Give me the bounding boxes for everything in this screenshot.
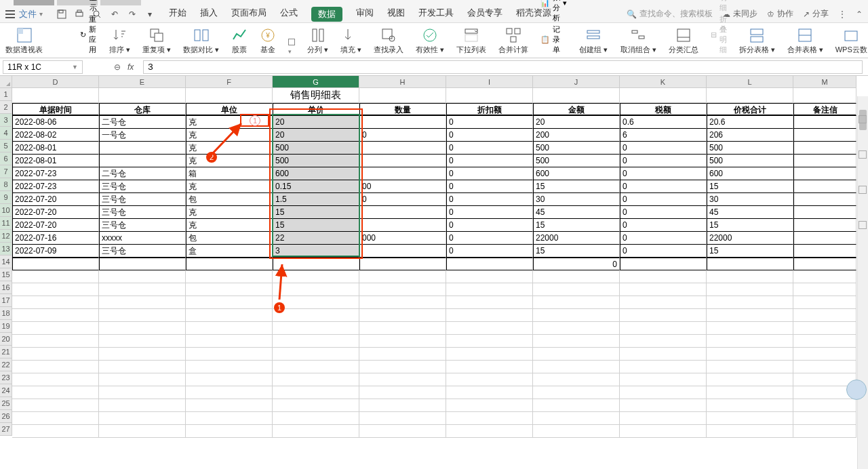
cell[interactable]: 30 (533, 193, 620, 206)
cell[interactable]: 15 (707, 219, 793, 232)
cell[interactable] (446, 309, 533, 322)
cell[interactable] (359, 309, 446, 322)
cell[interactable]: 22 (273, 232, 359, 245)
compare-button[interactable]: 数据对比 ▾ (183, 27, 219, 55)
cell[interactable]: 6 (620, 129, 707, 142)
cell[interactable] (707, 283, 793, 296)
cell[interactable] (99, 155, 186, 167)
cell[interactable] (707, 412, 793, 425)
cell[interactable]: 0 (446, 219, 533, 232)
cell[interactable] (359, 219, 446, 232)
fill-button[interactable]: 填充 ▾ (340, 27, 361, 55)
cell[interactable]: 0 (620, 142, 707, 155)
cell[interactable]: 0 (446, 245, 533, 258)
more-icon[interactable]: ⋮ (838, 9, 846, 19)
cell[interactable]: 000 (359, 232, 446, 245)
cell[interactable]: 0 (446, 116, 533, 129)
cell[interactable]: 15 (273, 206, 359, 219)
cell[interactable] (99, 142, 186, 155)
cell[interactable] (446, 399, 533, 412)
cell[interactable] (359, 386, 446, 399)
cell[interactable] (707, 270, 793, 283)
cell[interactable]: 克 (186, 155, 273, 167)
cell[interactable] (707, 88, 793, 103)
cell[interactable]: 备注信 (793, 103, 856, 116)
cell[interactable]: 500 (533, 155, 620, 167)
cell[interactable] (620, 258, 707, 270)
cell[interactable]: 折扣额 (446, 103, 533, 116)
dropdown-icon[interactable]: ▾ (144, 9, 155, 20)
cell[interactable] (12, 373, 99, 386)
cells-area[interactable]: 销售明细表单据时间仓库单位单价数量折扣额金额税额价税合计备注信2022-08-0… (12, 88, 856, 438)
cell[interactable]: 0 (620, 232, 707, 245)
cell[interactable] (273, 373, 359, 386)
cell[interactable] (12, 412, 99, 425)
sync-status[interactable]: ☁ 未同步 (722, 8, 757, 20)
cell[interactable] (12, 361, 99, 373)
cell[interactable]: xxxxx (99, 232, 186, 245)
row-header-20[interactable]: 20 (0, 333, 12, 346)
collapse-ribbon-icon[interactable]: ⌃ (856, 9, 863, 19)
tab-review[interactable]: 审阅 (356, 7, 374, 22)
cell[interactable] (533, 270, 620, 283)
cell[interactable] (12, 270, 99, 283)
cell[interactable]: 600 (273, 167, 359, 180)
cell[interactable]: 0 (359, 129, 446, 142)
cell[interactable] (359, 399, 446, 412)
cell[interactable] (533, 335, 620, 348)
row-header-7[interactable]: 7 (0, 165, 12, 178)
avatar[interactable] (846, 380, 867, 400)
cell[interactable] (359, 348, 446, 361)
coop-button[interactable]: ♔ 协作 (767, 8, 793, 20)
cell[interactable] (707, 322, 793, 335)
cell[interactable] (793, 155, 856, 167)
cell[interactable] (186, 322, 273, 335)
cell[interactable] (186, 258, 273, 270)
stock-button[interactable]: 股票 (231, 27, 248, 55)
cell[interactable] (99, 412, 186, 425)
cell[interactable]: 15 (707, 245, 793, 258)
reapply-button[interactable]: ↻重新应用 (80, 14, 97, 55)
command-search[interactable]: 🔍 查找命令、搜索模板 (627, 8, 713, 20)
merge-table-button[interactable]: 合并表格 ▾ (787, 27, 823, 55)
cell[interactable] (533, 425, 620, 438)
cell[interactable] (186, 309, 273, 322)
cell[interactable]: 单位 (186, 103, 273, 116)
cell[interactable]: 包 (186, 232, 273, 245)
cell[interactable] (446, 425, 533, 438)
currency-icon[interactable] (288, 39, 295, 45)
cell[interactable]: 45 (533, 206, 620, 219)
wps-cloud-button[interactable]: WPS云数 (835, 27, 867, 55)
cell[interactable]: 22000 (533, 232, 620, 245)
tab-start[interactable]: 开始 (169, 7, 186, 22)
cell[interactable]: 克 (186, 129, 273, 142)
cell[interactable]: 三号仓 (99, 193, 186, 206)
row-header-24[interactable]: 24 (0, 384, 12, 397)
cell[interactable] (186, 386, 273, 399)
cell[interactable] (273, 335, 359, 348)
cell[interactable] (99, 425, 186, 438)
cell[interactable] (533, 348, 620, 361)
cell[interactable]: 三号仓 (99, 180, 186, 193)
cell[interactable]: 15 (533, 180, 620, 193)
cell[interactable]: 箱 (186, 167, 273, 180)
cell[interactable] (359, 361, 446, 373)
cell[interactable] (99, 361, 186, 373)
cell[interactable] (99, 399, 186, 412)
tab-data[interactable]: 数据 (311, 7, 342, 22)
ungroup-button[interactable]: 取消组合 ▾ (620, 27, 656, 55)
cell[interactable]: 20 (273, 116, 359, 129)
cell[interactable] (707, 425, 793, 438)
row-header-4[interactable]: 4 (0, 127, 12, 140)
cell[interactable] (707, 361, 793, 373)
row-header-23[interactable]: 23 (0, 371, 12, 384)
cell[interactable]: 0 (446, 155, 533, 167)
cell[interactable]: 206 (707, 129, 793, 142)
cell[interactable] (793, 232, 856, 245)
cell[interactable]: 2022-07-23 (12, 167, 99, 180)
row-header-5[interactable]: 5 (0, 140, 12, 152)
cell[interactable]: 500 (707, 142, 793, 155)
cell[interactable]: 税额 (620, 103, 707, 116)
row-header-2[interactable]: 2 (0, 101, 12, 114)
cell[interactable] (186, 399, 273, 412)
